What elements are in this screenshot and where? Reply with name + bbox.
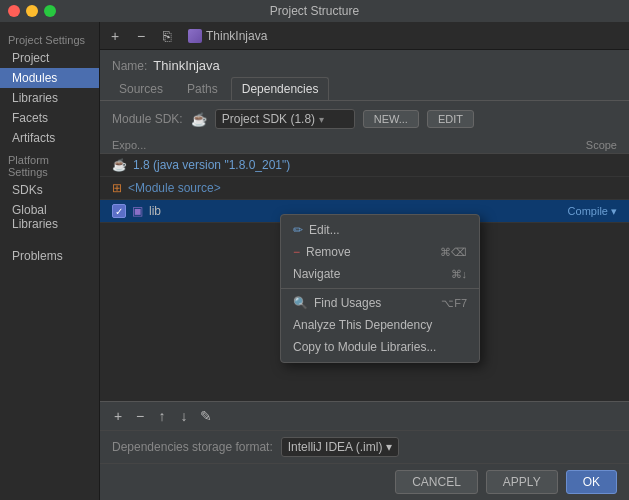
ctx-navigate-shortcut: ⌘↓ [451, 268, 468, 281]
context-menu: ✏ Edit... − Remove ⌘⌫ Navigate [280, 214, 480, 363]
dep-list-header: Expo... Scope [100, 137, 629, 154]
dep-source-name: <Module source> [128, 181, 221, 195]
right-panel: Name: ThinkInjava Sources Paths Dependen… [100, 50, 629, 500]
ctx-remove-shortcut: ⌘⌫ [440, 246, 467, 259]
sidebar-item-problems[interactable]: Problems [0, 246, 99, 266]
ctx-analyze[interactable]: Analyze This Dependency [281, 314, 479, 336]
remove-module-button[interactable]: − [130, 25, 152, 47]
sdk-dropdown-arrow: ▾ [319, 114, 324, 125]
scope-col-header: Scope [586, 139, 617, 151]
close-button[interactable] [8, 5, 20, 17]
ctx-navigate-text: Navigate [293, 267, 340, 281]
lib-icon: ▣ [132, 204, 143, 218]
source-icon: ⊞ [112, 181, 122, 195]
ok-button[interactable]: OK [566, 470, 617, 494]
minus-icon: − [293, 245, 300, 259]
sdk-row: Module SDK: ☕ Project SDK (1.8) ▾ NEW...… [100, 101, 629, 137]
ctx-remove[interactable]: − Remove ⌘⌫ [281, 241, 479, 263]
apply-button[interactable]: APPLY [486, 470, 558, 494]
edit-dep-button[interactable]: ✎ [196, 406, 216, 426]
ctx-find-usages-shortcut: ⌥F7 [441, 297, 467, 310]
ctx-navigate[interactable]: Navigate ⌘↓ [281, 263, 479, 285]
sdk-label: Module SDK: [112, 112, 183, 126]
sdk-select[interactable]: Project SDK (1.8) ▾ [215, 109, 355, 129]
sdk-edit-button[interactable]: EDIT [427, 110, 474, 128]
ctx-copy-to-module[interactable]: Copy to Module Libraries... [281, 336, 479, 358]
tab-paths[interactable]: Paths [176, 77, 229, 100]
ctx-copy-to-module-text: Copy to Module Libraries... [293, 340, 436, 354]
dependency-list: ☕ 1.8 (java version "1.8.0_201") ⊞ <Modu… [100, 154, 629, 401]
maximize-button[interactable] [44, 5, 56, 17]
ctx-remove-text: Remove [306, 245, 351, 259]
name-row: Name: ThinkInjava [100, 50, 629, 77]
module-name: ThinkInjava [206, 29, 267, 43]
sidebar-item-artifacts[interactable]: Artifacts [0, 128, 99, 148]
move-down-button[interactable]: ↓ [174, 406, 194, 426]
pencil-icon: ✏ [293, 223, 303, 237]
sidebar-item-global-libraries[interactable]: Global Libraries [0, 200, 99, 234]
content-area: + − ⎘ ThinkInjava Name: ThinkInjava Sour… [100, 22, 629, 500]
ctx-analyze-text: Analyze This Dependency [293, 318, 432, 332]
window-controls[interactable] [8, 5, 56, 17]
export-col-header: Expo... [112, 139, 172, 151]
dep-storage-select[interactable]: IntelliJ IDEA (.iml) ▾ [281, 437, 400, 457]
project-settings-label: Project Settings [0, 28, 99, 48]
copy-module-button[interactable]: ⎘ [156, 25, 178, 47]
platform-settings-label: Platform Settings [0, 148, 99, 180]
window-title: Project Structure [270, 4, 359, 18]
sidebar-item-project[interactable]: Project [0, 48, 99, 68]
ctx-find-usages-text: Find Usages [314, 296, 381, 310]
ctx-edit[interactable]: ✏ Edit... [281, 219, 479, 241]
dep-lib-name: lib [149, 204, 161, 218]
add-module-button[interactable]: + [104, 25, 126, 47]
remove-dep-button[interactable]: − [130, 406, 150, 426]
main-layout: Project Settings Project Modules Librari… [0, 22, 629, 500]
ctx-navigate-label: Navigate [293, 267, 340, 281]
dep-scope[interactable]: Compile ▾ [568, 205, 617, 218]
top-toolbar: + − ⎘ ThinkInjava [100, 22, 629, 50]
add-dep-button[interactable]: + [108, 406, 128, 426]
sdk-new-button[interactable]: NEW... [363, 110, 419, 128]
ctx-edit-label: ✏ Edit... [293, 223, 340, 237]
tab-sources[interactable]: Sources [108, 77, 174, 100]
ctx-find-usages-label: 🔍 Find Usages [293, 296, 381, 310]
name-value: ThinkInjava [153, 58, 219, 73]
dep-row-sdk[interactable]: ☕ 1.8 (java version "1.8.0_201") [100, 154, 629, 177]
sidebar: Project Settings Project Modules Librari… [0, 22, 100, 500]
name-label: Name: [112, 59, 147, 73]
ctx-divider-1 [281, 288, 479, 289]
module-item[interactable]: ThinkInjava [182, 27, 273, 45]
tab-dependencies[interactable]: Dependencies [231, 77, 330, 100]
sdk-select-value: Project SDK (1.8) [222, 112, 315, 126]
dep-sdk-name: 1.8 (java version "1.8.0_201") [133, 158, 290, 172]
sidebar-item-sdks[interactable]: SDKs [0, 180, 99, 200]
sidebar-item-libraries[interactable]: Libraries [0, 88, 99, 108]
ctx-remove-label: − Remove [293, 245, 351, 259]
title-bar: Project Structure [0, 0, 629, 22]
dep-storage-value: IntelliJ IDEA (.iml) [288, 440, 383, 454]
sdk-icon: ☕ [112, 158, 127, 172]
move-up-button[interactable]: ↑ [152, 406, 172, 426]
footer-buttons: CANCEL APPLY OK [100, 463, 629, 500]
ctx-edit-text: Edit... [309, 223, 340, 237]
dep-row-source[interactable]: ⊞ <Module source> [100, 177, 629, 200]
minimize-button[interactable] [26, 5, 38, 17]
ctx-find-usages[interactable]: 🔍 Find Usages ⌥F7 [281, 292, 479, 314]
search-icon: 🔍 [293, 296, 308, 310]
module-icon [188, 29, 202, 43]
bottom-toolbar: + − ↑ ↓ ✎ [100, 401, 629, 430]
tabs-bar: Sources Paths Dependencies [100, 77, 629, 101]
dep-storage-row: Dependencies storage format: IntelliJ ID… [100, 430, 629, 463]
cancel-button[interactable]: CANCEL [395, 470, 478, 494]
dep-storage-label: Dependencies storage format: [112, 440, 273, 454]
dep-checkbox[interactable]: ✓ [112, 204, 126, 218]
sdk-coffee-icon: ☕ [191, 112, 207, 127]
sidebar-item-facets[interactable]: Facets [0, 108, 99, 128]
sidebar-item-modules[interactable]: Modules [0, 68, 99, 88]
dep-storage-arrow: ▾ [386, 440, 392, 454]
